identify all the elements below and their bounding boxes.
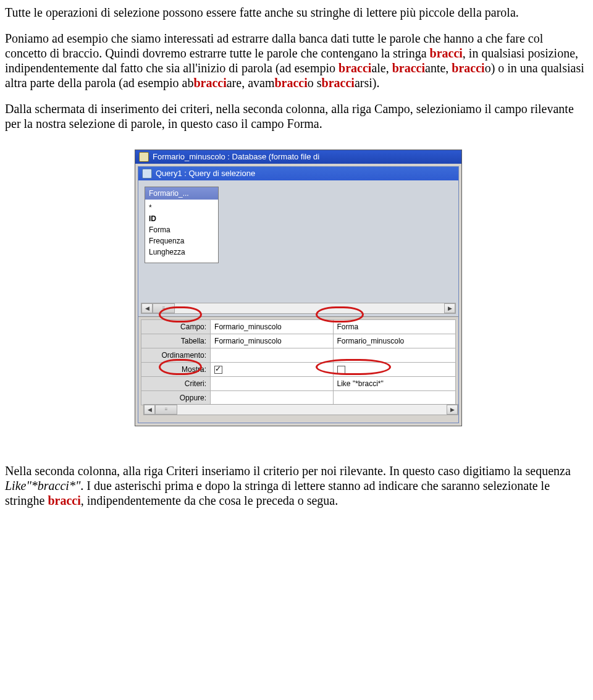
cell-campo-col1[interactable]: Formario_minuscolo	[211, 320, 333, 334]
cell-ordinamento-col1[interactable]	[211, 348, 333, 363]
p2-h2: bracci	[339, 61, 371, 75]
p4-h1: bracci	[48, 494, 80, 507]
field-id[interactable]: ID	[149, 213, 214, 224]
cell-criteri-col1[interactable]	[211, 377, 333, 391]
database-icon	[139, 152, 149, 162]
p2-t4: ante,	[425, 61, 452, 75]
p2-h7: bracci	[322, 76, 355, 90]
p4-t3: , indipendentemente da che cosa le prece…	[81, 494, 338, 507]
scroll-right-button[interactable]: ▶	[444, 303, 455, 313]
cell-oppure-col2[interactable]	[333, 391, 455, 405]
row-label-campo: Campo:	[141, 320, 211, 334]
scroll-thumb[interactable]: ≡	[153, 303, 175, 313]
p4-i1: Like"*bracci*"	[5, 479, 80, 492]
p2-h3: bracci	[392, 61, 425, 75]
field-star[interactable]: *	[149, 202, 214, 213]
p2-h6: bracci	[274, 76, 307, 90]
cell-mostra-col1[interactable]	[211, 363, 333, 377]
field-frequenza[interactable]: Frequenza	[149, 235, 214, 247]
field-box-header[interactable]: Formario_...	[145, 187, 218, 200]
inner-window: Query1 : Query di selezione Formario_...…	[138, 166, 459, 423]
scroll-track[interactable]: ≡	[153, 303, 444, 313]
query-design-grid: Campo: Formario_minuscolo Forma Tabella:…	[141, 319, 456, 405]
p2-t8: arsi).	[355, 76, 380, 90]
cell-tabella-col1[interactable]: Formario_minuscolo	[211, 334, 333, 348]
cell-criteri-col2[interactable]: Like "*bracci*"	[333, 377, 455, 391]
top-pane-scrollbar[interactable]: ◀ ≡ ▶	[141, 303, 456, 314]
grid-scrollbar[interactable]: ◀ ≡ ▶	[143, 404, 458, 415]
p4-t1: Nella seconda colonna, alla riga Criteri…	[5, 464, 571, 478]
row-label-mostra: Mostra:	[141, 363, 211, 377]
checkbox-mostra-col2[interactable]	[337, 366, 345, 374]
table-list-pane: Formario_... * ID Forma Frequenza Lunghe…	[138, 180, 458, 317]
cell-oppure-col1[interactable]	[211, 391, 333, 405]
inner-window-titlebar[interactable]: Query1 : Query di selezione	[138, 167, 458, 180]
p2-h4: bracci	[452, 61, 484, 75]
p2-t3: ale,	[371, 61, 392, 75]
scroll-left-button[interactable]: ◀	[141, 303, 153, 313]
row-label-criteri: Criteri:	[141, 377, 211, 391]
query-icon	[142, 169, 152, 179]
grid-scroll-left-button[interactable]: ◀	[144, 405, 155, 415]
checkbox-mostra-col1[interactable]	[214, 366, 222, 374]
p2-h5: bracci	[193, 76, 226, 90]
field-lunghezza[interactable]: Lunghezza	[149, 247, 214, 258]
field-forma[interactable]: Forma	[149, 224, 214, 235]
row-label-ordinamento: Ordinamento:	[141, 348, 211, 363]
paragraph-1: Tutte le operazioni di selezione possono…	[5, 5, 586, 20]
row-label-oppure: Oppure:	[141, 391, 211, 405]
cell-mostra-col2[interactable]	[333, 363, 455, 377]
p2-t7: o s	[308, 76, 322, 90]
outer-title-text: Formario_minuscolo : Database (formato f…	[153, 152, 319, 162]
grid-scroll-thumb[interactable]: ≡	[155, 405, 177, 415]
paragraph-2: Poniamo ad esempio che siamo interessati…	[5, 31, 586, 90]
grid-scroll-right-button[interactable]: ▶	[447, 405, 458, 415]
field-list-box[interactable]: Formario_... * ID Forma Frequenza Lunghe…	[145, 187, 219, 263]
p2-t6: are, avam	[227, 76, 275, 90]
p2-h1: bracci	[430, 46, 463, 60]
paragraph-4: Nella seconda colonna, alla riga Criteri…	[5, 463, 586, 508]
outer-window-titlebar[interactable]: Formario_minuscolo : Database (formato f…	[135, 150, 461, 164]
cell-ordinamento-col2[interactable]	[333, 348, 455, 363]
cell-tabella-col2[interactable]: Formario_minuscolo	[333, 334, 455, 348]
cell-campo-col2[interactable]: Forma	[333, 320, 455, 334]
paragraph-3: Dalla schermata di inserimento dei crite…	[5, 101, 586, 131]
grid-scroll-track[interactable]: ≡	[155, 405, 447, 415]
inner-title-text: Query1 : Query di selezione	[156, 169, 255, 179]
screenshot: Formario_minuscolo : Database (formato f…	[135, 150, 462, 426]
design-grid-pane: Campo: Formario_minuscolo Forma Tabella:…	[138, 317, 458, 423]
row-label-tabella: Tabella:	[141, 334, 211, 348]
